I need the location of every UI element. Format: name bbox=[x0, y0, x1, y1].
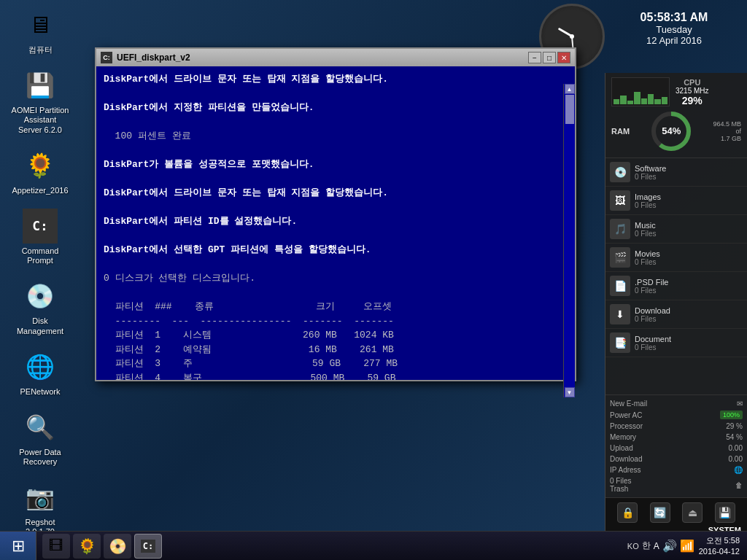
clock-weekday: Tuesday bbox=[608, 24, 740, 35]
ram-detail: 964.5 MB of 1.7 GB bbox=[713, 120, 741, 142]
minimize-button[interactable]: − bbox=[528, 52, 541, 63]
scroll-thumb[interactable] bbox=[565, 95, 574, 124]
scroll-track[interactable] bbox=[565, 94, 575, 387]
file-item-psd[interactable]: 📄 .PSD File 0 Files bbox=[605, 272, 747, 300]
icon-penetwork[interactable]: 🌐 PENetwork bbox=[11, 349, 69, 397]
right-panel: CPU 3215 MHz 29% RAM 54% bbox=[605, 73, 747, 547]
cpu-bars bbox=[612, 78, 669, 106]
trash-label: 0 FilesTrash bbox=[610, 477, 631, 493]
software-name: Software bbox=[635, 164, 743, 173]
icon-disk-management[interactable]: 💿 Disk Management bbox=[11, 279, 69, 335]
cpu-bar bbox=[627, 101, 633, 104]
file-item-download[interactable]: ⬇ Download 0 Files bbox=[605, 300, 747, 329]
file-item-music[interactable]: 🎵 Music 0 Files bbox=[605, 215, 747, 244]
cmd-line-part1: 파티션 1 시스템 260 MB 1024 KB bbox=[104, 328, 568, 343]
icon-power-data-recovery[interactable]: 🔍 Power Data Recovery bbox=[11, 410, 69, 467]
cpu-section: CPU 3215 MHz 29% bbox=[611, 77, 741, 106]
appetizer-label: Appetizer_2016 bbox=[12, 186, 68, 195]
taskbar-item-flower[interactable]: 🌻 bbox=[73, 534, 101, 559]
refresh-button[interactable]: 🔄 bbox=[650, 502, 670, 523]
software-icon: 💿 bbox=[610, 162, 630, 182]
cmd-window-controls: − □ ✕ bbox=[528, 52, 570, 63]
save-sys-button[interactable]: 💾 bbox=[715, 502, 735, 523]
processor-value: 29 % bbox=[726, 422, 743, 430]
cmd-content[interactable]: DiskPart에서 드라이브 문자 또는 탑재 지점을 할당했습니다. Dis… bbox=[96, 66, 575, 380]
cmd-line-part4: 파티션 4 복구 500 MB 59 GB bbox=[104, 371, 568, 381]
icon-computer[interactable]: 🖥 컴퓨터 bbox=[11, 7, 69, 55]
file-item-info-images: Images 0 Files bbox=[635, 192, 743, 209]
file-item-images[interactable]: 🖼 Images 0 Files bbox=[605, 187, 747, 215]
file-item-software[interactable]: 💿 Software 0 Files bbox=[605, 158, 747, 187]
cmd-line-part2: 파티션 2 예약됨 16 MB 261 MB bbox=[104, 343, 568, 357]
download-folder-icon: ⬇ bbox=[610, 304, 630, 324]
start-button[interactable]: ⊞ bbox=[0, 532, 36, 561]
taskbar-item-media[interactable]: 🎞 bbox=[42, 534, 70, 559]
disk-management-label: Disk Management bbox=[11, 316, 69, 335]
ip-label: IP Adress bbox=[610, 466, 641, 474]
upload-label: Upload bbox=[610, 444, 633, 452]
psd-icon: 📄 bbox=[610, 276, 630, 296]
cmd-title-left: C: UEFI_diskpart_v2 bbox=[101, 52, 190, 63]
appetizer-icon: 🌻 bbox=[23, 148, 58, 183]
cmd-line-4: DiskPart가 볼륨을 성공적으로 포맷했습니다. bbox=[104, 158, 568, 172]
file-item-document[interactable]: 📑 Document 0 Files bbox=[605, 329, 747, 357]
file-item-movies[interactable]: 🎬 Movies 0 Files bbox=[605, 244, 747, 272]
cpu-bar bbox=[620, 96, 626, 104]
file-item-info-document: Document 0 Files bbox=[635, 335, 743, 351]
status-row-power: Power AC 100% bbox=[610, 409, 743, 421]
file-item-info-download: Download 0 Files bbox=[635, 306, 743, 323]
cpu-graph bbox=[611, 77, 670, 106]
icon-command-prompt[interactable]: C: Command Prompt bbox=[11, 209, 69, 265]
cmd-line-8: 0 디스크가 선택한 디스크입니다. bbox=[104, 271, 568, 286]
taskbar-time: 오전 5:58 2016-04-12 bbox=[699, 535, 740, 556]
cmd-window: C: UEFI_diskpart_v2 − □ ✕ DiskPart에서 드라이… bbox=[95, 47, 576, 381]
penetwork-icon: 🌐 bbox=[23, 349, 58, 384]
status-row-ip: IP Adress 🌐 bbox=[610, 464, 743, 475]
status-items: New E-mail ✉ Power AC 100% Processor 29 … bbox=[605, 394, 747, 497]
download-value: 0.00 bbox=[729, 455, 743, 463]
cmd-scrollbar[interactable]: ▲ ▼ bbox=[563, 84, 575, 397]
cmd-taskbar-icon: C: bbox=[141, 540, 155, 553]
ram-title: RAM bbox=[611, 127, 630, 136]
music-icon: 🎵 bbox=[610, 219, 630, 239]
cmd-line-2: DiskPart에서 지정한 파티션을 만들었습니다. bbox=[104, 101, 568, 115]
cpu-bar bbox=[614, 99, 619, 104]
icon-appetizer[interactable]: 🌻 Appetizer_2016 bbox=[11, 148, 69, 195]
cpu-bar bbox=[648, 94, 654, 104]
aomei-icon: 💾 bbox=[23, 68, 58, 103]
cpu-label: CPU bbox=[676, 78, 709, 87]
taskbar-item-cmd[interactable]: C: bbox=[134, 534, 162, 559]
cmd-titlebar: C: UEFI_diskpart_v2 − □ ✕ bbox=[96, 49, 575, 66]
lock-button[interactable]: 🔒 bbox=[617, 502, 638, 523]
eject-button[interactable]: ⏏ bbox=[682, 502, 703, 523]
trash-icon: 🗑 bbox=[735, 481, 743, 489]
ip-icon: 🌐 bbox=[734, 466, 743, 474]
download-label: Download bbox=[610, 455, 642, 463]
file-categories-list: 💿 Software 0 Files 🖼 Images 0 Files 🎵 Mu… bbox=[605, 158, 747, 394]
scroll-up-arrow[interactable]: ▲ bbox=[565, 84, 575, 94]
music-count: 0 Files bbox=[635, 230, 743, 238]
desktop: 🖥 컴퓨터 💾 AOMEI PartitionAssistant Server … bbox=[0, 0, 747, 560]
clock-center-dot bbox=[570, 34, 574, 39]
windows-icon: ⊞ bbox=[12, 537, 25, 556]
cmd-line-7: DiskPart에서 선택한 GPT 파티션에 특성을 할당했습니다. bbox=[104, 243, 568, 257]
cmd-body: DiskPart에서 드라이브 문자 또는 탑재 지점을 할당했습니다. Dis… bbox=[96, 66, 575, 380]
scroll-down-arrow[interactable]: ▼ bbox=[565, 387, 575, 397]
status-row-download: Download 0.00 bbox=[610, 454, 743, 464]
icon-aomei[interactable]: 💾 AOMEI PartitionAssistant Server 6.2.0 bbox=[11, 68, 69, 135]
computer-label: 컴퓨터 bbox=[28, 45, 53, 55]
ram-of-text: of bbox=[713, 128, 741, 135]
cpu-bar bbox=[654, 99, 660, 104]
images-name: Images bbox=[635, 192, 743, 201]
file-item-info-movies: Movies 0 Files bbox=[635, 249, 743, 266]
maximize-button[interactable]: □ bbox=[543, 52, 556, 63]
email-icon: ✉ bbox=[737, 400, 743, 408]
cmd-line-part3: 파티션 3 주 59 GB 277 MB bbox=[104, 357, 568, 371]
taskbar-network-icon: 📶 bbox=[680, 539, 694, 553]
close-button[interactable]: ✕ bbox=[557, 52, 570, 63]
taskbar-item-disc[interactable]: 📀 bbox=[104, 534, 131, 559]
status-row-memory: Memory 54 % bbox=[610, 432, 743, 443]
penetwork-label: PENetwork bbox=[20, 387, 60, 397]
cmd-line-6: DiskPart에서 파티션 ID를 설정했습니다. bbox=[104, 214, 568, 229]
desktop-icons-container: 🖥 컴퓨터 💾 AOMEI PartitionAssistant Server … bbox=[11, 7, 69, 547]
